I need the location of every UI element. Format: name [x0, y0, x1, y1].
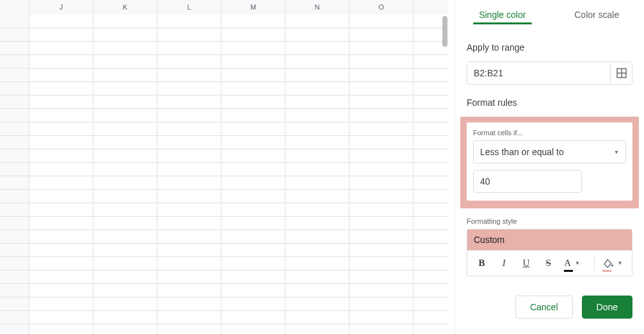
cell[interactable]: [93, 15, 157, 28]
cell[interactable]: [157, 122, 221, 136]
cell[interactable]: [350, 257, 414, 271]
cell[interactable]: [29, 311, 93, 324]
cell[interactable]: [414, 109, 448, 122]
cell[interactable]: [286, 203, 350, 217]
spreadsheet-grid[interactable]: JKLMNO: [0, 0, 448, 334]
cell[interactable]: [414, 230, 448, 244]
cell[interactable]: [29, 136, 93, 149]
cell[interactable]: [286, 28, 350, 42]
cell[interactable]: [221, 311, 286, 324]
cell[interactable]: [221, 257, 286, 271]
row-number[interactable]: [0, 122, 29, 135]
cell[interactable]: [350, 203, 414, 217]
cancel-button[interactable]: Cancel: [515, 296, 573, 319]
tab-single-color[interactable]: Single color: [455, 0, 550, 29]
cell[interactable]: [157, 190, 221, 203]
cell[interactable]: [350, 55, 414, 69]
cell[interactable]: [221, 284, 286, 297]
cell[interactable]: [93, 257, 157, 271]
cell[interactable]: [157, 217, 221, 230]
cell[interactable]: [93, 42, 157, 55]
corner-cell[interactable]: [0, 0, 29, 15]
cell[interactable]: [414, 217, 448, 230]
vertical-scrollbar-thumb[interactable]: [442, 16, 447, 47]
cell[interactable]: [221, 136, 286, 149]
cell[interactable]: [93, 96, 157, 109]
cell[interactable]: [221, 96, 286, 109]
cell[interactable]: [350, 217, 414, 230]
row-number[interactable]: [0, 96, 29, 108]
cell[interactable]: [350, 69, 414, 82]
cell[interactable]: [29, 149, 93, 163]
cell[interactable]: [29, 244, 93, 257]
cell[interactable]: [286, 109, 350, 122]
cell[interactable]: [93, 28, 157, 42]
cell[interactable]: [414, 122, 448, 136]
column-header[interactable]: M: [221, 0, 286, 15]
cell[interactable]: [157, 82, 221, 96]
cell[interactable]: [414, 257, 448, 271]
column-header[interactable]: L: [157, 0, 221, 15]
cell[interactable]: [157, 257, 221, 271]
cell[interactable]: [29, 15, 93, 28]
cell[interactable]: [414, 244, 448, 257]
cell[interactable]: [350, 149, 414, 163]
cell[interactable]: [93, 176, 157, 190]
cell[interactable]: [286, 217, 350, 230]
row-number[interactable]: [0, 311, 29, 324]
cell[interactable]: [221, 109, 286, 122]
cell[interactable]: [350, 297, 414, 311]
cell[interactable]: [157, 55, 221, 69]
row-number[interactable]: [0, 28, 29, 41]
column-header[interactable]: K: [93, 0, 157, 15]
cell[interactable]: [93, 149, 157, 163]
cell[interactable]: [221, 122, 286, 136]
cell[interactable]: [29, 284, 93, 297]
cell[interactable]: [414, 136, 448, 149]
cell[interactable]: [414, 163, 448, 176]
cell[interactable]: [221, 297, 286, 311]
row-number[interactable]: [0, 149, 29, 162]
cell[interactable]: [414, 82, 448, 96]
cell[interactable]: [286, 176, 350, 190]
cell[interactable]: [286, 69, 350, 82]
cell[interactable]: [157, 96, 221, 109]
cell[interactable]: [157, 163, 221, 176]
cell[interactable]: [350, 109, 414, 122]
cell[interactable]: [350, 96, 414, 109]
cell[interactable]: [414, 203, 448, 217]
cell[interactable]: [286, 122, 350, 136]
row-number[interactable]: [0, 15, 29, 28]
cell[interactable]: [350, 122, 414, 136]
row-number[interactable]: [0, 324, 29, 334]
row-number[interactable]: [0, 244, 29, 256]
cell[interactable]: [157, 149, 221, 163]
cell[interactable]: [221, 149, 286, 163]
cell[interactable]: [414, 311, 448, 324]
cell[interactable]: [221, 28, 286, 42]
cell[interactable]: [93, 190, 157, 203]
cell[interactable]: [350, 324, 414, 334]
cell[interactable]: [350, 136, 414, 149]
cell[interactable]: [157, 271, 221, 284]
cell[interactable]: [29, 324, 93, 334]
cell[interactable]: [221, 324, 286, 334]
cell[interactable]: [93, 284, 157, 297]
cell[interactable]: [157, 136, 221, 149]
row-number[interactable]: [0, 271, 29, 283]
cell[interactable]: [157, 284, 221, 297]
row-number[interactable]: [0, 190, 29, 203]
cell[interactable]: [221, 69, 286, 82]
cell[interactable]: [350, 42, 414, 55]
cell[interactable]: [414, 284, 448, 297]
cell[interactable]: [286, 284, 350, 297]
cell[interactable]: [157, 230, 221, 244]
cell[interactable]: [29, 257, 93, 271]
cell[interactable]: [221, 55, 286, 69]
cell[interactable]: [414, 96, 448, 109]
cell[interactable]: [286, 82, 350, 96]
row-number[interactable]: [0, 176, 29, 189]
cell[interactable]: [286, 96, 350, 109]
cell[interactable]: [286, 244, 350, 257]
select-range-button[interactable]: [610, 62, 632, 84]
